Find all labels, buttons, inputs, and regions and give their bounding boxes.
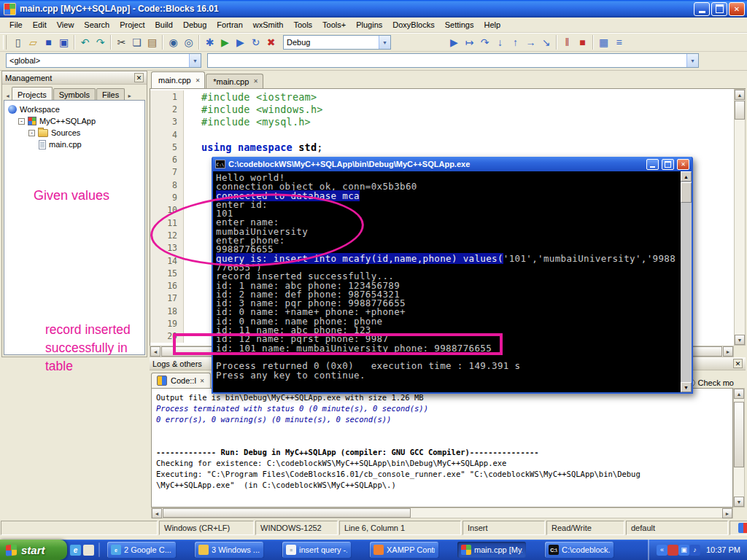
scrollbar-thumb[interactable]: [681, 182, 692, 203]
copy-icon[interactable]: ❏: [129, 35, 144, 50]
symbol-combo[interactable]: ▼: [207, 53, 699, 68]
console-close-button[interactable]: ✕: [677, 159, 689, 170]
tab-symbols[interactable]: Symbols: [53, 88, 96, 101]
menu-item-debug[interactable]: Debug: [178, 18, 212, 31]
menu-item-fortran[interactable]: Fortran: [212, 18, 247, 31]
editor-vertical-scrollbar[interactable]: ▲ ▼: [734, 89, 746, 346]
menu-item-help[interactable]: Help: [479, 18, 506, 31]
management-close-button[interactable]: ✕: [134, 73, 144, 82]
tree-item-sources[interactable]: -Sources: [4, 127, 144, 139]
taskbar-item-3-windows[interactable]: 3 Windows ...: [195, 542, 263, 558]
tab-projects[interactable]: Projects: [12, 87, 53, 101]
rebuild-icon[interactable]: ↻: [248, 35, 263, 50]
abort-icon[interactable]: ✖: [263, 35, 279, 50]
console-maximize-button[interactable]: [662, 159, 674, 170]
scroll-up-icon[interactable]: ▲: [735, 90, 745, 100]
scroll-down-icon[interactable]: ▼: [735, 335, 745, 345]
step-into-icon[interactable]: ↓: [492, 35, 508, 50]
build-target-combo[interactable]: Debug ▼: [283, 35, 391, 50]
tree-item-workspace[interactable]: Workspace: [4, 104, 144, 115]
break-debugger-icon[interactable]: ‖: [560, 35, 575, 50]
cut-icon[interactable]: ✂: [114, 35, 129, 50]
toolbar-grip[interactable]: [3, 35, 7, 50]
scroll-right-icon[interactable]: ►: [723, 346, 733, 357]
internet-explorer-icon[interactable]: e: [70, 545, 81, 556]
various-info-icon[interactable]: ≡: [611, 35, 627, 50]
save-all-icon[interactable]: ▣: [56, 35, 71, 50]
tree-item-myc-sqlapp[interactable]: -MyC++SQLApp: [4, 115, 144, 127]
new-file-icon[interactable]: ▯: [10, 35, 26, 50]
taskbar-item-insert-query[interactable]: ≡insert query -...: [282, 542, 351, 558]
volume-tray-icon[interactable]: ♪: [689, 545, 700, 556]
console-scrollbar[interactable]: ▲ ▼: [681, 171, 692, 392]
scope-combo[interactable]: <global> ▼: [6, 53, 201, 68]
start-button[interactable]: start: [0, 540, 67, 560]
scroll-down-icon[interactable]: ▼: [734, 497, 744, 507]
expander-icon[interactable]: -: [18, 118, 25, 125]
hide-icons-chevron[interactable]: «: [657, 545, 667, 556]
run-icon[interactable]: ▶: [217, 35, 233, 50]
tree-item-main-cpp[interactable]: main.cpp: [4, 139, 144, 150]
scroll-left-icon[interactable]: ◄: [152, 508, 162, 518]
tab-codeblocks-log[interactable]: Code::l ✕: [151, 373, 211, 388]
build-icon[interactable]: ✱: [202, 35, 217, 50]
run-to-cursor-icon[interactable]: ↦: [462, 35, 477, 50]
taskbar-item-main-cpp-my[interactable]: main.cpp [My...: [457, 542, 526, 558]
tab-files[interactable]: Files: [96, 88, 125, 101]
scroll-down-icon[interactable]: ▼: [681, 382, 692, 392]
scroll-up-icon[interactable]: ▲: [734, 389, 744, 399]
logs-horizontal-scrollbar[interactable]: ◄ ►: [151, 508, 733, 518]
scroll-left-icon[interactable]: ◄: [150, 346, 160, 357]
tab-close-icon[interactable]: ✕: [196, 77, 201, 84]
menu-item-view[interactable]: View: [52, 18, 80, 31]
open-file-icon[interactable]: ▱: [26, 35, 41, 50]
chevron-down-icon[interactable]: ▼: [379, 36, 390, 49]
show-desktop-icon[interactable]: [83, 545, 94, 556]
chevron-down-icon[interactable]: ▼: [686, 54, 698, 67]
expander-icon[interactable]: -: [28, 130, 35, 136]
scrollbar-thumb[interactable]: [735, 101, 745, 120]
logs-close-button[interactable]: ✕: [733, 359, 743, 368]
menu-item-edit[interactable]: Edit: [28, 18, 52, 31]
check-mo-option[interactable]: Check mo: [688, 378, 734, 387]
next-line-icon[interactable]: ↷: [477, 35, 492, 50]
menu-item-file[interactable]: File: [4, 18, 28, 31]
scrollbar-thumb[interactable]: [734, 402, 744, 467]
taskbar-item-xampp-contr[interactable]: XAMPP Contr...: [370, 542, 438, 558]
network-tray-icon[interactable]: ▣: [678, 545, 689, 556]
menu-item-search[interactable]: Search: [79, 18, 115, 31]
close-button[interactable]: ✕: [729, 2, 745, 16]
menu-item-doxyblocks[interactable]: DoxyBlocks: [387, 18, 439, 31]
security-tray-icon[interactable]: [667, 545, 678, 556]
redo-icon[interactable]: ↷: [93, 35, 108, 50]
console-titlebar[interactable]: C:\ C:\codeblockWS\MyC++SQLApp\bin\Debug…: [213, 157, 692, 171]
scrollbar-thumb[interactable]: [163, 508, 411, 518]
editor-tab-main-cpp[interactable]: main.cpp✕: [151, 71, 205, 88]
paste-icon[interactable]: ▤: [144, 35, 160, 50]
build-and-run-icon[interactable]: ▶: [233, 35, 248, 50]
step-out-icon[interactable]: ↑: [508, 35, 523, 50]
tab-close-icon[interactable]: ✕: [200, 378, 205, 384]
menu-item-project[interactable]: Project: [115, 18, 150, 31]
debug-run-icon[interactable]: ▶: [446, 35, 462, 50]
undo-icon[interactable]: ↶: [77, 35, 93, 50]
editor-tab-main-cpp[interactable]: *main.cpp✕: [206, 74, 263, 88]
menu-item-plugins[interactable]: Plugins: [351, 18, 387, 31]
tab-close-icon[interactable]: ✕: [253, 78, 258, 85]
chevron-down-icon[interactable]: ▼: [189, 54, 201, 67]
taskbar-item-2-google-c[interactable]: e2 Google C...: [107, 542, 176, 558]
console-minimize-button[interactable]: [646, 159, 659, 170]
scroll-right-icon[interactable]: ►: [722, 508, 732, 518]
find-icon[interactable]: ◉: [166, 35, 181, 50]
scroll-up-icon[interactable]: ▲: [681, 171, 692, 182]
step-into-instruction-icon[interactable]: ↘: [538, 35, 554, 50]
restore-button[interactable]: [711, 2, 727, 16]
menu-item-build[interactable]: Build: [150, 18, 177, 31]
menu-item-tools[interactable]: Tools: [288, 18, 317, 31]
replace-icon[interactable]: ◎: [181, 35, 196, 50]
taskbar-item-c-codeblock[interactable]: C:\C:\codeblock...: [545, 542, 614, 558]
next-instruction-icon[interactable]: →: [523, 35, 538, 50]
save-icon[interactable]: ■: [41, 35, 56, 50]
stop-debugger-icon[interactable]: ■: [575, 35, 590, 50]
logs-vertical-scrollbar[interactable]: ▲ ▼: [733, 388, 745, 508]
